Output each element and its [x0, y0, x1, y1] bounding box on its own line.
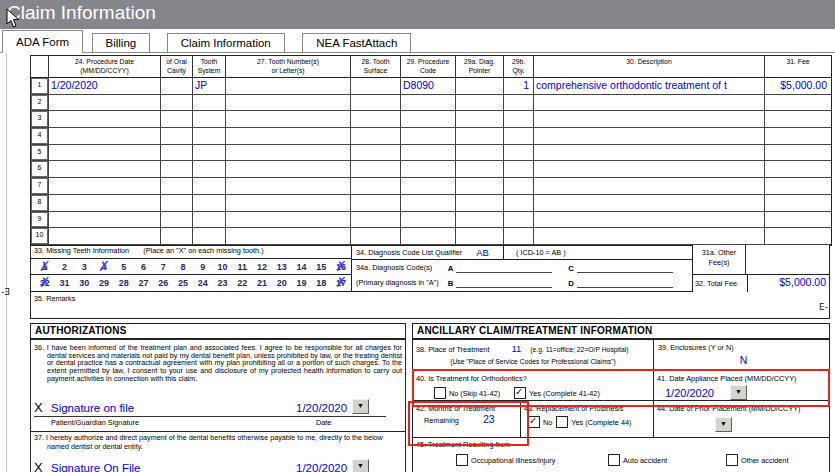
- tooth-15[interactable]: 15: [312, 262, 332, 272]
- tooth-17[interactable]: 17✗: [331, 278, 351, 288]
- tooth-24[interactable]: 24: [193, 278, 213, 288]
- cell-desc[interactable]: [534, 145, 765, 162]
- tab-claim-information[interactable]: Claim Information: [167, 33, 285, 52]
- cell-surface[interactable]: [351, 95, 401, 112]
- cell-pointer[interactable]: [456, 78, 504, 95]
- tooth-6[interactable]: 6: [134, 262, 154, 272]
- months-remaining-value[interactable]: 23: [483, 413, 495, 425]
- cell-pointer[interactable]: [456, 228, 504, 245]
- diagnosis-slot-d-field[interactable]: [577, 278, 673, 288]
- subscriber-signature-date[interactable]: 1/20/2020: [296, 462, 347, 472]
- appliance-date-dropdown-button[interactable]: [730, 385, 747, 400]
- cell-tooth[interactable]: [226, 178, 351, 195]
- subscriber-signature-date-dropdown-button[interactable]: [352, 459, 369, 472]
- orthodontics-yes-checkbox[interactable]: ✓: [514, 387, 526, 399]
- cell-system[interactable]: [193, 161, 226, 178]
- patient-signature-date[interactable]: 1/20/2020: [296, 402, 347, 414]
- tab-ada-form[interactable]: ADA Form: [2, 30, 83, 53]
- cell-fee[interactable]: [765, 161, 831, 178]
- cell-code[interactable]: [401, 212, 456, 229]
- cell-fee[interactable]: [765, 212, 831, 229]
- cell-pointer[interactable]: [456, 128, 504, 145]
- cell-desc[interactable]: [534, 111, 765, 128]
- cell-code[interactable]: [401, 145, 456, 162]
- cell-surface[interactable]: [351, 178, 401, 195]
- cell-desc[interactable]: [534, 161, 765, 178]
- cell-system[interactable]: [193, 128, 226, 145]
- cell-tooth[interactable]: [226, 145, 351, 162]
- other-accident-checkbox[interactable]: [726, 454, 738, 466]
- tooth-29[interactable]: 29: [94, 278, 114, 288]
- tooth-4[interactable]: 4✗: [94, 262, 114, 272]
- tooth-19[interactable]: 19: [292, 278, 312, 288]
- cell-desc[interactable]: [534, 228, 765, 245]
- cell-pointer[interactable]: [456, 145, 504, 162]
- cell-oral[interactable]: [161, 195, 193, 212]
- subscriber-signature-value[interactable]: Signature On File: [51, 462, 141, 472]
- cell-qty[interactable]: [504, 145, 534, 162]
- cell-tooth[interactable]: [226, 212, 351, 229]
- cell-qty[interactable]: [504, 95, 534, 112]
- place-of-treatment-value[interactable]: 11: [511, 343, 521, 354]
- tooth-26[interactable]: 26: [154, 278, 174, 288]
- cell-oral[interactable]: [161, 111, 193, 128]
- tooth-2[interactable]: 2: [55, 262, 75, 272]
- patient-signature-date-dropdown-button[interactable]: [352, 399, 369, 414]
- cell-pointer[interactable]: [456, 161, 504, 178]
- cell-tooth[interactable]: [226, 78, 351, 95]
- cell-code[interactable]: [401, 128, 456, 145]
- cell-desc[interactable]: [534, 128, 765, 145]
- cell-code[interactable]: [401, 178, 456, 195]
- cell-tooth[interactable]: [226, 161, 351, 178]
- tooth-10[interactable]: 10: [213, 262, 233, 272]
- cell-date[interactable]: [49, 111, 161, 128]
- cell-pointer[interactable]: [456, 178, 504, 195]
- cell-oral[interactable]: [161, 228, 193, 245]
- cell-tooth[interactable]: [226, 128, 351, 145]
- cell-qty[interactable]: [504, 228, 534, 245]
- tooth-30[interactable]: 30: [75, 278, 95, 288]
- cell-tooth[interactable]: [226, 195, 351, 212]
- cell-surface[interactable]: [351, 145, 401, 162]
- cell-date[interactable]: [49, 178, 161, 195]
- cell-fee[interactable]: [765, 178, 831, 195]
- cell-date[interactable]: 1/20/2020: [49, 78, 161, 95]
- cell-desc[interactable]: comprehensive orthodontic treatment of t: [534, 78, 765, 95]
- cell-system[interactable]: [193, 111, 226, 128]
- cell-qty[interactable]: [504, 195, 534, 212]
- cell-fee[interactable]: [765, 111, 831, 128]
- tooth-9[interactable]: 9: [193, 262, 213, 272]
- tooth-27[interactable]: 27: [134, 278, 154, 288]
- tooth-1[interactable]: 1✗: [35, 262, 55, 272]
- tooth-5[interactable]: 5: [114, 262, 134, 272]
- diagnosis-slot-b-field[interactable]: [456, 278, 552, 288]
- cell-tooth[interactable]: [226, 111, 351, 128]
- cell-tooth[interactable]: [226, 228, 351, 245]
- cell-surface[interactable]: [351, 212, 401, 229]
- cell-system[interactable]: [193, 95, 226, 112]
- cell-fee[interactable]: [765, 95, 831, 112]
- cell-oral[interactable]: [161, 78, 193, 95]
- tooth-32[interactable]: 32✗: [35, 278, 55, 288]
- cell-code[interactable]: [401, 95, 456, 112]
- cell-pointer[interactable]: [456, 111, 504, 128]
- cell-fee[interactable]: [765, 195, 831, 212]
- tooth-3[interactable]: 3: [75, 262, 95, 272]
- diagnosis-slot-c-field[interactable]: [577, 263, 673, 273]
- cell-date[interactable]: [49, 128, 161, 145]
- tooth-7[interactable]: 7: [154, 262, 174, 272]
- cell-surface[interactable]: [351, 128, 401, 145]
- cell-desc[interactable]: [534, 212, 765, 229]
- cell-qty[interactable]: [504, 111, 534, 128]
- tooth-18[interactable]: 18: [312, 278, 332, 288]
- cell-pointer[interactable]: [456, 195, 504, 212]
- cell-surface[interactable]: [351, 78, 401, 95]
- cell-date[interactable]: [49, 228, 161, 245]
- cell-oral[interactable]: [161, 95, 193, 112]
- cell-qty[interactable]: [504, 128, 534, 145]
- appliance-date-value[interactable]: 1/20/2020: [665, 387, 714, 399]
- cell-code[interactable]: [401, 228, 456, 245]
- prosthesis-no-checkbox[interactable]: ✓: [528, 416, 540, 428]
- cell-surface[interactable]: [351, 161, 401, 178]
- cell-qty[interactable]: [504, 212, 534, 229]
